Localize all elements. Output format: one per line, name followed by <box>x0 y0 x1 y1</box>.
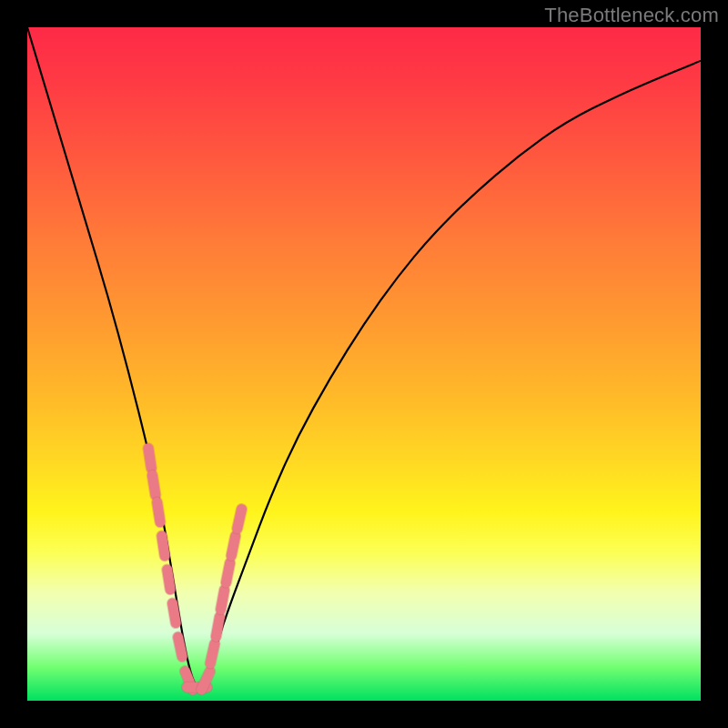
curve-marker <box>226 563 229 583</box>
curve-marker <box>216 617 219 637</box>
curve-marker <box>162 536 165 556</box>
curve-marker <box>231 536 236 556</box>
curve-marker <box>173 603 177 623</box>
curve-marker <box>178 637 183 656</box>
bottleneck-curve-path <box>27 27 701 687</box>
curve-marker <box>148 449 151 469</box>
marker-layer <box>148 449 242 690</box>
watermark-text: TheBottleneck.com <box>544 4 719 27</box>
curve-marker <box>221 590 225 610</box>
outer-frame: TheBottleneck.com <box>0 0 728 728</box>
curve-marker <box>152 475 156 495</box>
curve-marker <box>238 510 242 529</box>
curve-marker <box>167 570 170 590</box>
curve-marker <box>157 502 160 522</box>
curve-marker <box>210 644 215 663</box>
bottleneck-chart <box>27 27 701 701</box>
